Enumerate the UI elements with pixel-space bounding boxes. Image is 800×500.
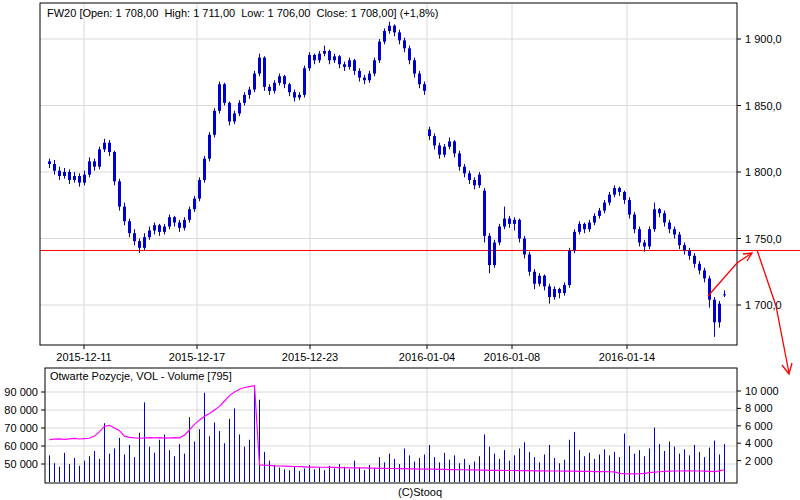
svg-text:60 000: 60 000 [4, 440, 38, 452]
svg-text:2016-01-14: 2016-01-14 [599, 351, 655, 363]
candles-layer [48, 22, 726, 337]
svg-text:10 000: 10 000 [745, 385, 779, 397]
svg-text:6 000: 6 000 [745, 420, 773, 432]
svg-text:2016-01-04: 2016-01-04 [399, 351, 455, 363]
svg-text:2 000: 2 000 [745, 455, 773, 467]
axis-labels-layer: 1 900,01 850,01 800,01 750,01 700,02015-… [4, 33, 781, 470]
svg-text:1 850,0: 1 850,0 [745, 100, 782, 112]
svg-text:4 000: 4 000 [745, 437, 773, 449]
svg-text:1 900,0: 1 900,0 [745, 33, 782, 45]
chart-canvas: 1 900,01 850,01 800,01 750,01 700,02015-… [0, 0, 800, 500]
stooq-futures-chart: 1 900,01 850,01 800,01 750,01 700,02015-… [0, 0, 800, 500]
svg-text:1 750,0: 1 750,0 [745, 233, 782, 245]
svg-text:1 800,0: 1 800,0 [745, 166, 782, 178]
svg-text:80 000: 80 000 [4, 404, 38, 416]
svg-text:2015-12-23: 2015-12-23 [282, 351, 338, 363]
copyright-label: (C)Stooq [350, 486, 490, 498]
price-panel-title: FW20 [Open: 1 708,00 High: 1 711,00 Low:… [47, 7, 438, 19]
svg-text:2015-12-17: 2015-12-17 [169, 351, 225, 363]
svg-text:90 000: 90 000 [4, 386, 38, 398]
svg-text:2015-12-11: 2015-12-11 [56, 351, 111, 363]
volume-panel-title: Otwarte Pozycje, VOL - Volume [795] [50, 370, 232, 382]
svg-text:8 000: 8 000 [745, 402, 773, 414]
open-interest-line [50, 386, 725, 474]
svg-text:50 000: 50 000 [4, 458, 38, 470]
svg-text:70 000: 70 000 [4, 422, 38, 434]
svg-text:2016-01-08: 2016-01-08 [484, 351, 540, 363]
